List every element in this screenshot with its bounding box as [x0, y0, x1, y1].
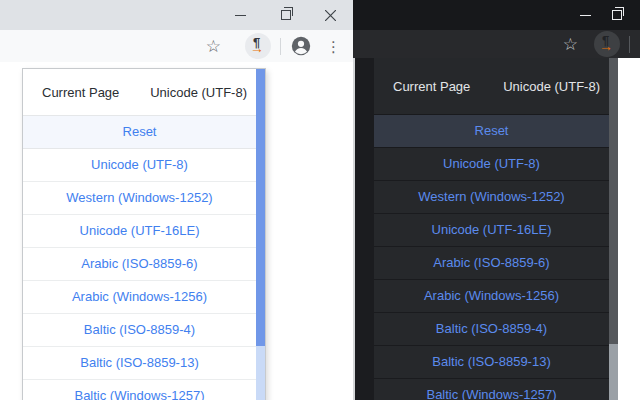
- encoding-item[interactable]: Arabic (Windows-1256): [374, 280, 609, 313]
- arrow-icon: →: [599, 38, 613, 54]
- browser-window-dark: ☆ ¶ → Current Page Unicode (UTF-8) Reset…: [353, 0, 640, 400]
- popup-scrollbar: [609, 58, 618, 400]
- encoding-extension-button[interactable]: ¶ →: [594, 31, 620, 57]
- toolbar-separator: [280, 38, 281, 55]
- encoding-item[interactable]: Unicode (UTF-16LE): [374, 214, 609, 247]
- popup-scrollbar: [256, 69, 265, 400]
- bookmark-star-icon[interactable]: ☆: [206, 38, 221, 55]
- toolbar-separator: [629, 36, 630, 53]
- minimize-icon: [580, 15, 591, 16]
- toolbar-light: ☆ ¶ → ⋮: [0, 30, 353, 62]
- window-edge-highlight: [353, 58, 355, 400]
- arrow-icon: →: [250, 40, 264, 56]
- encoding-item[interactable]: Baltic (Windows-1257): [23, 380, 256, 400]
- current-encoding-label: Unicode (UTF-8): [150, 85, 247, 100]
- browser-window-light: ☆ ¶ → ⋮ Current Page Unicode (UTF-8) Res: [0, 0, 353, 400]
- encoding-item[interactable]: Unicode (UTF-8): [23, 149, 256, 182]
- webpage-strip: [618, 58, 640, 400]
- scrollbar-thumb[interactable]: [609, 58, 618, 344]
- scrollbar-track: [609, 344, 618, 400]
- encoding-item[interactable]: Arabic (ISO-8859-6): [23, 248, 256, 281]
- encoding-item[interactable]: Baltic (ISO-8859-13): [374, 346, 609, 379]
- kebab-menu-button[interactable]: ⋮: [326, 39, 341, 54]
- bookmark-star-icon[interactable]: ☆: [563, 36, 578, 53]
- restore-icon: [281, 10, 291, 20]
- scrollbar-track: [256, 346, 265, 400]
- encoding-item[interactable]: Baltic (ISO-8859-4): [23, 314, 256, 347]
- current-page-label: Current Page: [393, 79, 470, 94]
- encoding-popup-light: Current Page Unicode (UTF-8) Reset Unico…: [22, 68, 266, 400]
- current-page-label: Current Page: [42, 85, 119, 100]
- close-button[interactable]: [308, 0, 353, 30]
- encoding-item[interactable]: Western (Windows-1252): [374, 181, 609, 214]
- encoding-extension-button[interactable]: ¶ →: [245, 33, 271, 59]
- restore-icon: [612, 10, 622, 20]
- titlebar-light: [0, 0, 353, 30]
- close-icon: [325, 10, 336, 21]
- reset-button[interactable]: Reset: [374, 115, 609, 148]
- toolbar-dark: ☆ ¶ →: [353, 30, 640, 58]
- encoding-item[interactable]: Baltic (ISO-8859-13): [23, 347, 256, 380]
- encoding-popup-dark: Current Page Unicode (UTF-8) Reset Unico…: [374, 58, 618, 400]
- minimize-icon: [235, 15, 246, 16]
- restore-button[interactable]: [608, 0, 640, 30]
- encoding-item[interactable]: Baltic (Windows-1257): [374, 379, 609, 400]
- encoding-item[interactable]: Unicode (UTF-16LE): [23, 215, 256, 248]
- titlebar-dark: [353, 0, 640, 30]
- encoding-item[interactable]: Baltic (ISO-8859-4): [374, 313, 609, 346]
- reset-button[interactable]: Reset: [23, 116, 256, 149]
- popup-header: Current Page Unicode (UTF-8): [23, 69, 265, 116]
- screenshot-canvas: ☆ ¶ → ⋮ Current Page Unicode (UTF-8) Res: [0, 0, 640, 400]
- scrollbar-thumb[interactable]: [256, 69, 265, 346]
- profile-avatar-button[interactable]: [290, 35, 312, 57]
- avatar-icon: [290, 35, 312, 57]
- restore-button[interactable]: [263, 0, 308, 30]
- minimize-button[interactable]: [218, 0, 263, 30]
- encoding-item[interactable]: Unicode (UTF-8): [374, 148, 609, 181]
- encoding-item[interactable]: Arabic (Windows-1256): [23, 281, 256, 314]
- encoding-item[interactable]: Western (Windows-1252): [23, 182, 256, 215]
- current-encoding-label: Unicode (UTF-8): [503, 79, 600, 94]
- minimize-button[interactable]: [563, 0, 608, 30]
- popup-header: Current Page Unicode (UTF-8): [374, 58, 618, 115]
- encoding-item[interactable]: Arabic (ISO-8859-6): [374, 247, 609, 280]
